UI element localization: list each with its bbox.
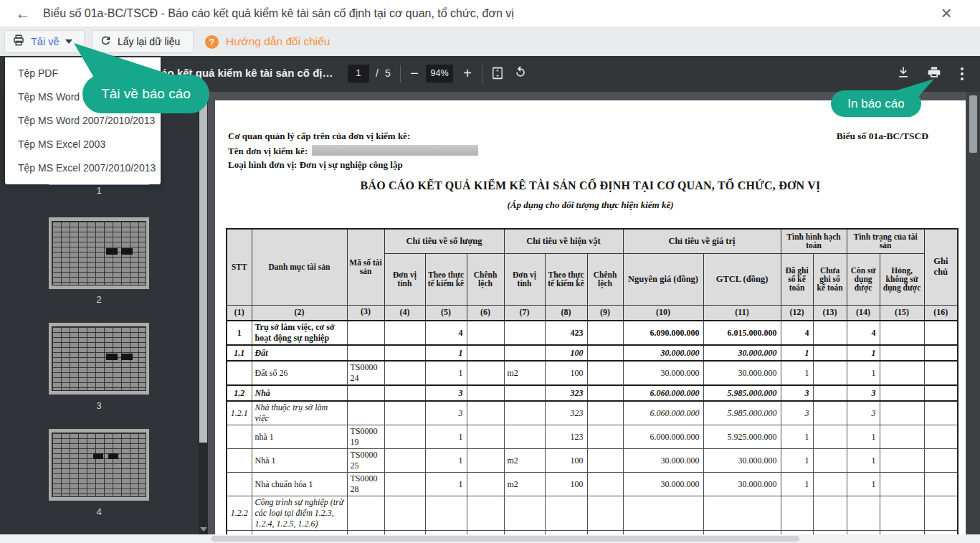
table-cell: 1 bbox=[781, 345, 813, 361]
table-cell: Đất số 26 bbox=[252, 361, 347, 385]
guide-link[interactable]: ? Hướng dẫn đối chiếu bbox=[205, 30, 330, 53]
table-cell bbox=[347, 401, 384, 425]
doc-unit-line: Tên đơn vị kiểm kê: bbox=[228, 145, 478, 157]
page-separator: / bbox=[376, 67, 379, 79]
table-cell: 6.060.000.000 bbox=[623, 401, 703, 425]
table-cell bbox=[227, 449, 252, 473]
table-cell bbox=[813, 321, 847, 345]
zoom-in-button[interactable]: + bbox=[459, 65, 476, 82]
col-header: Nguyên giá (đồng) bbox=[623, 253, 703, 305]
thumbnail-image bbox=[52, 326, 146, 391]
thumbnail-label: 4 bbox=[49, 506, 149, 517]
table-cell bbox=[347, 496, 384, 531]
horizontal-scrollbar[interactable] bbox=[0, 534, 980, 543]
rotate-icon[interactable] bbox=[512, 65, 529, 82]
column-number: (7) bbox=[504, 305, 545, 321]
table-cell bbox=[880, 345, 924, 361]
table-row: nhà 1TS00001911236.000.000.0005.925.000.… bbox=[227, 425, 958, 449]
menu-item[interactable]: Tệp MS Excel 2003 bbox=[5, 133, 161, 156]
table-cell: 100 bbox=[545, 345, 587, 361]
table-cell: 6.090.000.000 bbox=[623, 321, 703, 345]
table-cell: 4 bbox=[781, 321, 813, 345]
column-number: (11) bbox=[703, 305, 781, 321]
sidebar-scrollbar-thumb[interactable] bbox=[199, 100, 207, 443]
table-cell bbox=[467, 496, 504, 531]
table-row: 1.2.1Nhà thuộc trụ sở làm việc33236.060.… bbox=[227, 401, 958, 425]
menu-item[interactable]: Tệp MS Excel 2007/2010/2013 bbox=[5, 156, 161, 180]
thumbnail-page-4[interactable] bbox=[49, 429, 149, 501]
table-cell bbox=[880, 425, 924, 449]
column-number: (15) bbox=[880, 305, 924, 321]
horizontal-scrollbar-thumb[interactable] bbox=[211, 536, 799, 542]
table-cell bbox=[384, 401, 425, 425]
toolbar-divider bbox=[482, 65, 482, 82]
table-cell: 3 bbox=[425, 401, 467, 425]
table-row: Đất số 26TS0000241m210030.000.00030.000.… bbox=[227, 361, 958, 385]
table-cell: 30.000.000 bbox=[623, 345, 703, 361]
table-cell: 30.000.000 bbox=[703, 345, 781, 361]
page-number-input[interactable]: 1 bbox=[348, 65, 369, 82]
table-cell bbox=[384, 361, 425, 385]
table-cell: 30.000.000 bbox=[623, 449, 703, 473]
form-code: Biểu số 01a-BC/TSCĐ bbox=[837, 131, 928, 142]
table-cell: 1 bbox=[781, 425, 813, 449]
table-cell: TS000024 bbox=[347, 361, 384, 385]
table-cell: nhà 1 bbox=[252, 425, 347, 449]
table-cell bbox=[880, 361, 924, 385]
app-window: ← Biểu số 01a-BC/TSCĐ - Báo cáo kết quả … bbox=[0, 0, 980, 543]
table-cell bbox=[384, 496, 425, 531]
thumbnail-page-2[interactable] bbox=[49, 217, 149, 289]
table-cell: TS000019 bbox=[347, 425, 384, 449]
table-cell: TS000028 bbox=[347, 473, 384, 496]
table-cell: 1 bbox=[847, 425, 880, 449]
table-cell bbox=[880, 385, 924, 401]
table-cell bbox=[384, 345, 425, 361]
col-header: Mã số tài sản bbox=[347, 229, 384, 305]
table-cell: 1 bbox=[781, 361, 813, 385]
table-cell bbox=[467, 345, 504, 361]
table-cell bbox=[813, 425, 847, 449]
scroll-down-icon[interactable] bbox=[199, 524, 207, 534]
table-cell bbox=[587, 449, 623, 473]
more-options-icon[interactable] bbox=[956, 65, 969, 82]
table-cell bbox=[813, 449, 847, 473]
report-table: STT Danh mục tài sản Mã số tài sản Chỉ t… bbox=[226, 228, 958, 534]
table-cell bbox=[504, 321, 545, 345]
table-cell: 100 bbox=[545, 473, 587, 496]
table-cell bbox=[813, 385, 847, 401]
thumbnail-image bbox=[52, 433, 146, 497]
table-cell bbox=[227, 473, 252, 496]
table-cell bbox=[467, 321, 504, 345]
table-cell: 100 bbox=[545, 449, 587, 473]
column-number: (13) bbox=[813, 305, 847, 321]
table-cell bbox=[467, 425, 504, 449]
col-group-header: Chỉ tiêu về hiện vật bbox=[504, 229, 623, 253]
table-cell bbox=[587, 425, 623, 449]
zoom-level[interactable]: 94% bbox=[426, 65, 453, 82]
table-cell: m2 bbox=[504, 473, 545, 496]
table-row: Nhà chuẩn hóa 1TS0000281m210030.000.0003… bbox=[227, 473, 958, 496]
table-cell: 3 bbox=[781, 385, 813, 401]
table-cell bbox=[703, 496, 781, 531]
zoom-out-button[interactable]: − bbox=[406, 65, 423, 82]
table-cell: 6.015.000.000 bbox=[703, 321, 781, 345]
doc-table-body: (1)(2)(3)(4)(5)(6)(7)(8)(9)(10)(11)(12)(… bbox=[227, 305, 958, 534]
fit-page-icon[interactable] bbox=[489, 65, 506, 82]
main-scrollbar-thumb[interactable] bbox=[969, 95, 977, 153]
close-icon[interactable]: × bbox=[936, 1, 957, 24]
table-cell bbox=[545, 496, 587, 531]
column-number: (6) bbox=[467, 305, 504, 321]
table-cell bbox=[880, 449, 924, 473]
sidebar-scrollbar[interactable] bbox=[199, 92, 208, 543]
table-cell: Nhà thuộc trụ sở làm việc bbox=[252, 401, 347, 425]
table-cell: 100 bbox=[545, 361, 587, 385]
thumbnail-page-3[interactable] bbox=[49, 323, 149, 395]
table-cell: Trụ sở làm việc, cơ sở hoạt động sự nghi… bbox=[252, 321, 347, 345]
table-cell bbox=[880, 496, 924, 531]
table-cell: 6.060.000.000 bbox=[623, 385, 703, 401]
col-header: STT bbox=[227, 229, 252, 305]
table-cell bbox=[347, 345, 384, 361]
main-scrollbar[interactable] bbox=[966, 92, 980, 543]
table-cell: 1 bbox=[425, 345, 467, 361]
table-cell: 30.000.000 bbox=[623, 361, 703, 385]
